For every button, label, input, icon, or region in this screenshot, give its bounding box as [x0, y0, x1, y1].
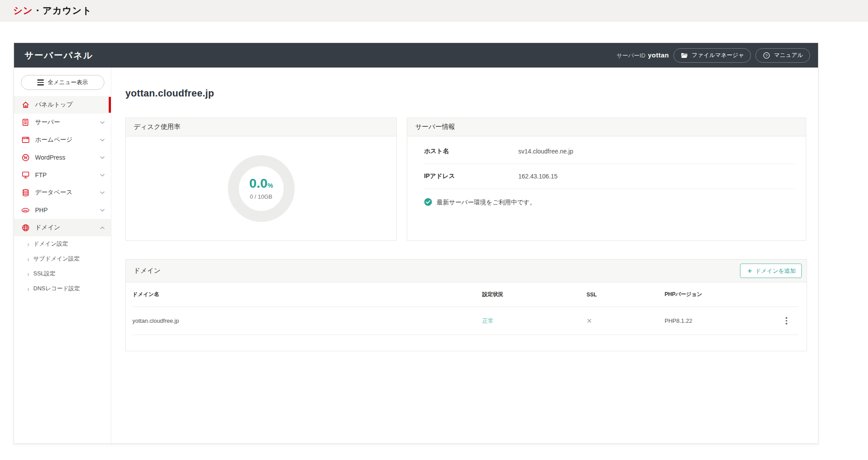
sidebar-subitem-label: ドメイン設定: [33, 240, 68, 248]
disk-usage-body: 0.0% 0 / 10GB: [126, 136, 396, 240]
php-icon: php: [21, 208, 29, 213]
check-circle-icon: [424, 198, 432, 207]
sidebar-item-database[interactable]: データベース: [14, 184, 111, 201]
sidebar: 全メニュー表示 パネルトップ サーバー ホームページ: [14, 68, 111, 443]
sidebar-subitem-domain-settings[interactable]: › ドメイン設定: [14, 236, 111, 251]
col-domain-name: ドメイン名: [132, 291, 482, 298]
sidebar-subitem-label: SSL設定: [33, 270, 56, 278]
disk-usage-donut-chart: 0.0% 0 / 10GB: [228, 155, 295, 222]
domain-name-cell: yottan.cloudfree.jp: [132, 317, 482, 324]
ip-address-row: IPアドレス 162.43.106.15: [424, 164, 795, 189]
sidebar-item-label: パネルトップ: [35, 101, 105, 109]
sidebar-item-ftp[interactable]: FTP: [14, 166, 111, 184]
sidebar-subitem-dns-record-settings[interactable]: › DNSレコード設定: [14, 281, 111, 296]
sidebar-item-label: WordPress: [35, 154, 94, 161]
summary-cards-row: ディスク使用率 0.0% 0 / 10GB サーバー情報: [125, 118, 806, 241]
host-name-label: ホスト名: [424, 147, 518, 155]
chevron-up-icon: [100, 226, 105, 229]
brand-logo-rest: ・アカウント: [33, 5, 92, 15]
add-domain-button[interactable]: ＋ ドメインを追加: [740, 264, 802, 278]
caret-right-icon: ›: [27, 285, 29, 292]
sidebar-item-homepage[interactable]: ホームページ: [14, 131, 111, 149]
disk-usage-percent: 0.0%: [249, 177, 273, 190]
hamburger-icon: [37, 79, 44, 86]
caret-right-icon: ›: [27, 271, 29, 277]
ip-address-label: IPアドレス: [424, 172, 518, 180]
domain-status-cell: 正常: [482, 317, 587, 325]
manual-button[interactable]: ? マニュアル: [755, 48, 810, 63]
ip-address-value: 162.43.106.15: [518, 173, 558, 180]
caret-right-icon: ›: [27, 241, 29, 247]
domain-php-version-cell: PHP8.1.22: [665, 317, 774, 324]
host-name-row: ホスト名 sv14.cloudfree.ne.jp: [424, 139, 795, 164]
domain-ssl-cell: ✕: [587, 317, 665, 325]
domain-table: ドメイン名 設定状況 SSL PHPバージョン yottan.cloudfree…: [126, 282, 807, 351]
home-icon: [21, 101, 29, 108]
server-env-notice-text: 最新サーバー環境をご利用中です。: [437, 199, 536, 207]
brand-logo[interactable]: シン・アカウント: [13, 4, 92, 17]
chevron-down-icon: [100, 209, 105, 212]
svg-text:W: W: [23, 155, 28, 160]
col-ssl: SSL: [587, 292, 665, 298]
ftp-icon: [21, 171, 29, 178]
caret-right-icon: ›: [27, 256, 29, 262]
panel-body: 全メニュー表示 パネルトップ サーバー ホームページ: [14, 68, 818, 443]
all-menu-toggle-button[interactable]: 全メニュー表示: [21, 75, 104, 90]
kebab-menu-icon[interactable]: [784, 315, 789, 326]
page-title: yottan.cloudfree.jp: [125, 88, 806, 99]
host-name-value: sv14.cloudfree.ne.jp: [518, 148, 573, 155]
server-info-card: サーバー情報 ホスト名 sv14.cloudfree.ne.jp IPアドレス …: [407, 118, 806, 241]
domain-card-title: ドメイン: [134, 267, 160, 275]
folder-icon: [680, 53, 688, 58]
panel-header: サーバーパネル サーバーIDyottan ファイルマネージャ ? マニュアル: [14, 43, 818, 68]
disk-usage-card: ディスク使用率 0.0% 0 / 10GB: [125, 118, 397, 241]
homepage-icon: [21, 137, 29, 143]
sidebar-subitem-label: DNSレコード設定: [33, 285, 80, 292]
disk-usage-amount: 0 / 10GB: [250, 193, 272, 200]
server-id-value: yottan: [648, 51, 669, 59]
sidebar-item-wordpress[interactable]: W WordPress: [14, 149, 111, 166]
server-info-body: ホスト名 sv14.cloudfree.ne.jp IPアドレス 162.43.…: [407, 136, 806, 216]
col-php-version: PHPバージョン: [665, 291, 774, 298]
sidebar-item-label: サーバー: [35, 118, 94, 126]
domain-card: ドメイン ＋ ドメインを追加 ドメイン名 設定状況 SSL PHPバージョン: [125, 259, 807, 351]
panel-title: サーバーパネル: [25, 50, 93, 61]
col-status: 設定状況: [482, 291, 587, 298]
domain-table-header: ドメイン名 設定状況 SSL PHPバージョン: [132, 282, 799, 307]
add-domain-label: ドメインを追加: [755, 267, 796, 275]
brand-logo-red: シン: [13, 5, 33, 15]
file-manager-button[interactable]: ファイルマネージャ: [673, 48, 751, 63]
main-content: yottan.cloudfree.jp ディスク使用率 0.0% 0 / 10G…: [111, 68, 818, 443]
domain-table-row: yottan.cloudfree.jp 正常 ✕ PHP8.1.22: [132, 307, 799, 335]
file-manager-label: ファイルマネージャ: [692, 51, 744, 59]
chevron-down-icon: [100, 139, 105, 142]
disk-usage-card-title: ディスク使用率: [126, 118, 396, 136]
server-env-notice: 最新サーバー環境をご利用中です。: [424, 189, 795, 216]
sidebar-subitem-label: サブドメイン設定: [33, 255, 80, 263]
question-icon: ?: [762, 52, 770, 59]
chevron-down-icon: [100, 121, 105, 124]
chevron-down-icon: [100, 191, 105, 194]
sidebar-subitem-ssl-settings[interactable]: › SSL設定: [14, 266, 111, 281]
server-info-card-title: サーバー情報: [407, 118, 806, 136]
manual-label: マニュアル: [774, 51, 803, 59]
sidebar-item-label: PHP: [35, 207, 94, 214]
server-panel: サーバーパネル サーバーIDyottan ファイルマネージャ ? マニュアル: [14, 43, 818, 444]
sidebar-item-domain[interactable]: ドメイン: [14, 219, 111, 236]
sidebar-item-panel-top[interactable]: パネルトップ: [14, 96, 111, 114]
domain-card-header: ドメイン ＋ ドメインを追加: [126, 260, 807, 282]
sidebar-item-label: FTP: [35, 171, 94, 178]
server-icon: [21, 119, 29, 126]
disk-usage-percent-unit: %: [267, 182, 273, 189]
chevron-down-icon: [100, 174, 105, 177]
sidebar-subitem-subdomain-settings[interactable]: › サブドメイン設定: [14, 251, 111, 266]
sidebar-item-label: ホームページ: [35, 136, 94, 144]
top-brand-bar: シン・アカウント: [0, 0, 868, 21]
domain-globe-icon: [21, 224, 29, 232]
database-icon: [21, 189, 29, 196]
sidebar-item-label: データベース: [35, 189, 94, 196]
server-id: サーバーIDyottan: [616, 51, 669, 60]
sidebar-item-php[interactable]: php PHP: [14, 201, 111, 219]
plus-icon: ＋: [746, 267, 753, 275]
sidebar-item-server[interactable]: サーバー: [14, 114, 111, 131]
